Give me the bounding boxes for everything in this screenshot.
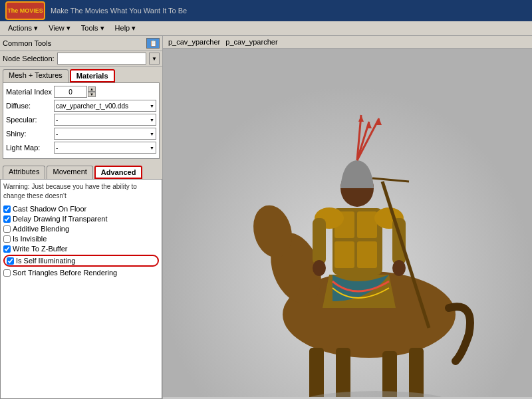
diffuse-label: Diffuse: [6,102,54,110]
menubar: Actions ▾ View ▾ Tools ▾ Help ▾ [0,21,532,36]
checkbox-self-illuminating: Is Self Illuminating [3,255,159,267]
checkbox-cast-shadow: Cast Shadow On Floor [3,205,159,213]
upper-tab-panel: Material Index ▲ ▼ Diffuse: cav_yparcher… [3,82,160,159]
checkbox-additive-blending: Additive Blending [3,225,159,233]
lower-tabs: Attributes Movement Advanced [0,163,162,179]
lightmap-dropdown[interactable]: - ▼ [54,142,156,154]
node-selection-dropdown[interactable]: ▼ [149,53,160,65]
material-index-row: Material Index ▲ ▼ [6,86,156,98]
specular-arrow: ▼ [150,118,154,122]
svg-rect-11 [334,241,354,268]
checkbox-additive-blending-label: Additive Blending [13,225,69,233]
material-index-spinner: ▲ ▼ [88,86,96,97]
left-panel: Common Tools 📋 Node Selection: ▼ Mesh + … [0,36,163,399]
logo-text: The MOVIES [7,7,43,14]
viewport-label-1: p_cav_yparcher [168,38,220,46]
checkbox-write-zbuffer-label: Write To Z-Buffer [13,245,68,253]
spinner-down[interactable]: ▼ [88,92,96,97]
spinner-up[interactable]: ▲ [88,86,96,92]
svg-rect-6 [382,351,397,397]
checkbox-sort-triangles: Sort Triangles Before Rendering [3,269,159,277]
warrior-model [163,49,532,397]
tab-mesh-textures[interactable]: Mesh + Textures [3,69,68,82]
checkbox-sort-triangles-input[interactable] [3,269,11,277]
right-panel: p_cav_yparcher p_cav_yparcher [163,36,532,399]
diffuse-arrow: ▼ [150,104,154,108]
menu-actions[interactable]: Actions ▾ [3,23,43,34]
svg-rect-5 [336,348,350,397]
tab-advanced[interactable]: Advanced [94,166,143,179]
shiny-row: Shiny: - ▼ [6,128,156,140]
shiny-dropdown[interactable]: - ▼ [54,128,156,140]
common-tools-bar: Common Tools 📋 [0,36,162,51]
svg-rect-12 [357,241,377,268]
tab-movement[interactable]: Movement [47,166,92,179]
specular-value: - [56,116,58,124]
material-index-label: Material Index [6,88,54,96]
checkbox-self-illuminating-input[interactable] [7,257,14,265]
node-selection-row: Node Selection: ▼ [0,51,162,66]
viewport-label-2: p_cav_yparcher [225,38,277,46]
checkbox-write-zbuffer: Write To Z-Buffer [3,245,159,253]
checkbox-cast-shadow-label: Cast Shadow On Floor [13,205,86,213]
diffuse-row: Diffuse: cav_yparcher_t_v00.dds ▼ [6,100,156,112]
menu-view[interactable]: View ▾ [43,23,76,34]
menu-help[interactable]: Help ▾ [110,23,142,34]
specular-row: Specular: - ▼ [6,114,156,126]
specular-dropdown[interactable]: - ▼ [54,114,156,126]
lightmap-label: Light Map: [6,144,54,152]
checkbox-is-invisible: Is Invisible [3,235,159,243]
shiny-value: - [56,130,58,138]
node-selection-label: Node Selection: [3,55,55,63]
warning-text: Warning: Just because you have the abili… [3,182,159,201]
main-layout: Common Tools 📋 Node Selection: ▼ Mesh + … [0,36,532,399]
viewport-header: p_cav_yparcher p_cav_yparcher [163,36,532,49]
checkbox-delay-drawing-label: Delay Drawing If Transparent [13,215,107,223]
shiny-label: Shiny: [6,130,54,138]
node-selection-input[interactable] [57,53,146,65]
checkbox-additive-blending-input[interactable] [3,225,11,233]
materials-panel: Material Index ▲ ▼ Diffuse: cav_yparcher… [0,82,162,159]
advanced-panel: Warning: Just because you have the abili… [0,179,162,399]
checkbox-self-illuminating-label: Is Self Illuminating [16,257,75,265]
checkbox-delay-drawing-input[interactable] [3,215,11,223]
upper-tabs: Mesh + Textures Materials [0,66,162,82]
material-index-input[interactable] [54,86,87,98]
diffuse-value: cav_yparcher_t_v00.dds [56,102,128,110]
svg-rect-4 [309,348,324,397]
checkbox-delay-drawing: Delay Drawing If Transparent [3,215,159,223]
svg-rect-16 [392,218,406,265]
titlebar: The MOVIES Make The Movies What You Want… [0,0,532,21]
common-tools-icon[interactable]: 📋 [146,38,160,49]
app-logo: The MOVIES [5,1,45,20]
diffuse-dropdown[interactable]: cav_yparcher_t_v00.dds ▼ [54,100,156,112]
checkbox-is-invisible-label: Is Invisible [13,235,47,243]
svg-rect-7 [409,348,424,397]
lightmap-arrow: ▼ [150,146,154,150]
specular-label: Specular: [6,116,54,124]
tab-attributes[interactable]: Attributes [3,166,45,179]
common-tools-label: Common Tools [3,39,51,47]
checkbox-write-zbuffer-input[interactable] [3,245,11,253]
svg-rect-15 [313,218,326,265]
menu-tools[interactable]: Tools ▾ [76,23,110,34]
lightmap-value: - [56,144,58,152]
checkbox-cast-shadow-input[interactable] [3,205,11,213]
checkbox-sort-triangles-label: Sort Triangles Before Rendering [13,269,117,277]
svg-point-17 [313,260,326,276]
app-tagline: Make The Movies What You Want It To Be [51,7,187,15]
svg-rect-10 [357,211,377,238]
shiny-arrow: ▼ [150,132,154,136]
lightmap-row: Light Map: - ▼ [6,142,156,154]
svg-point-18 [392,260,406,276]
checkbox-list: Cast Shadow On Floor Delay Drawing If Tr… [3,205,159,277]
3d-viewport[interactable] [163,49,532,397]
checkbox-is-invisible-input[interactable] [3,235,11,243]
tab-materials[interactable]: Materials [70,69,115,82]
